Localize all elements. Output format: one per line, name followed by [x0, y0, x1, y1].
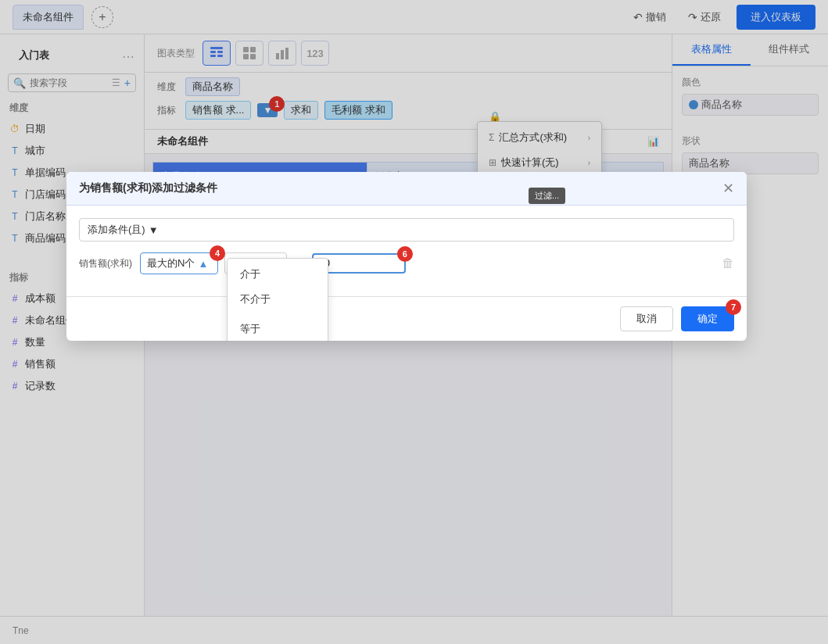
cond-type-label: 最大的N个 — [147, 256, 195, 270]
delete-condition-button[interactable]: 🗑 — [722, 256, 734, 270]
cond-equal-label: 等于 — [240, 322, 260, 336]
cancel-button[interactable]: 取消 — [620, 306, 673, 331]
filter-tooltip: 过滤... — [529, 188, 565, 204]
condition-row: 销售额(求和) 最大的N个 ▲ 4 固定值 ▼ N= — [79, 252, 734, 274]
modal-close-button[interactable]: ✕ — [722, 180, 734, 197]
add-condition-label: 添加条件(且) — [88, 223, 145, 237]
modal-header: 3 为销售额(求和)添加过滤条件 ✕ — [66, 172, 747, 206]
badge-6: 6 — [397, 246, 413, 262]
cond-not-between-label: 不介于 — [240, 292, 271, 306]
modal-footer: 取消 确定 7 — [66, 296, 747, 341]
cond-type-wrapper: 最大的N个 ▲ 4 — [140, 252, 218, 274]
cond-option-equal[interactable]: 等于 — [228, 317, 328, 341]
modal-title: 为销售额(求和)添加过滤条件 — [79, 181, 217, 195]
cond-type-arrow: ▲ — [198, 258, 208, 270]
badge-4: 4 — [210, 245, 225, 261]
modal-body: 添加条件(且) ▼ 销售额(求和) 最大的N个 ▲ 4 固定值 — [66, 206, 747, 296]
modal-overlay: 3 为销售额(求和)添加过滤条件 ✕ 添加条件(且) ▼ 销售额(求和) 最大的… — [0, 0, 828, 644]
confirm-btn-wrapper: 确定 7 — [681, 306, 734, 331]
cond-field-label: 销售额(求和) — [79, 257, 134, 270]
cond-type-dropdown: 介于 不介于 等于 不等于 大于 小于 — [227, 258, 328, 341]
cond-between-label: 介于 — [240, 267, 260, 281]
add-condition-button[interactable]: 添加条件(且) ▼ — [79, 218, 734, 242]
add-condition-area: 添加条件(且) ▼ — [79, 218, 734, 242]
cond-option-between[interactable]: 介于 — [228, 262, 328, 287]
cond-option-not-between[interactable]: 不介于 — [228, 287, 328, 312]
cond-type-select[interactable]: 最大的N个 ▲ — [140, 252, 218, 274]
add-condition-arrow: ▼ — [149, 224, 159, 236]
filter-modal: 3 为销售额(求和)添加过滤条件 ✕ 添加条件(且) ▼ 销售额(求和) 最大的… — [66, 172, 747, 341]
badge-7: 7 — [726, 299, 741, 315]
